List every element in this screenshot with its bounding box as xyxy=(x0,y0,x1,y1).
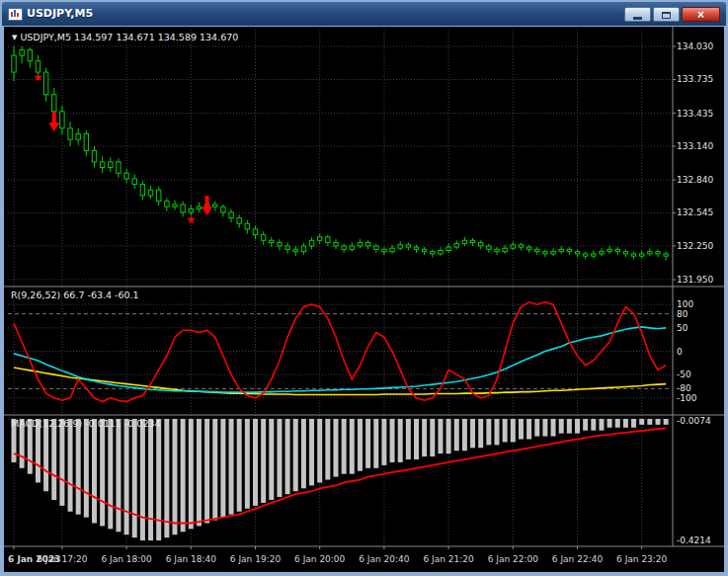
close-icon: × xyxy=(697,8,704,22)
minimize-button[interactable] xyxy=(624,7,651,22)
chart-window-icon xyxy=(8,8,23,21)
oscillator-label: R(9,26,52) 66.7 -63.4 -60.1 xyxy=(11,289,139,300)
chart-window: USDJPY,M5 × ★★134.030133.735133.435133.1… xyxy=(0,0,728,576)
maximize-button[interactable] xyxy=(653,7,680,22)
symbol-dropdown-icon[interactable]: ▼ xyxy=(12,34,17,41)
window-controls: × xyxy=(624,7,720,22)
window-titlebar[interactable]: USDJPY,M5 × xyxy=(2,2,726,26)
close-button[interactable]: × xyxy=(682,7,720,22)
chart-ohlc-header: ▼USDJPY,M5 134.597 134.671 134.589 134.6… xyxy=(12,32,238,42)
window-title: USDJPY,M5 xyxy=(27,2,93,26)
ohlc-text: USDJPY,M5 134.597 134.671 134.589 134.67… xyxy=(20,32,238,42)
macd-label: MACD(12,26,9) -0.0111 -0.0234 xyxy=(11,418,161,429)
maximize-icon xyxy=(662,12,671,19)
minimize-icon xyxy=(633,17,642,20)
